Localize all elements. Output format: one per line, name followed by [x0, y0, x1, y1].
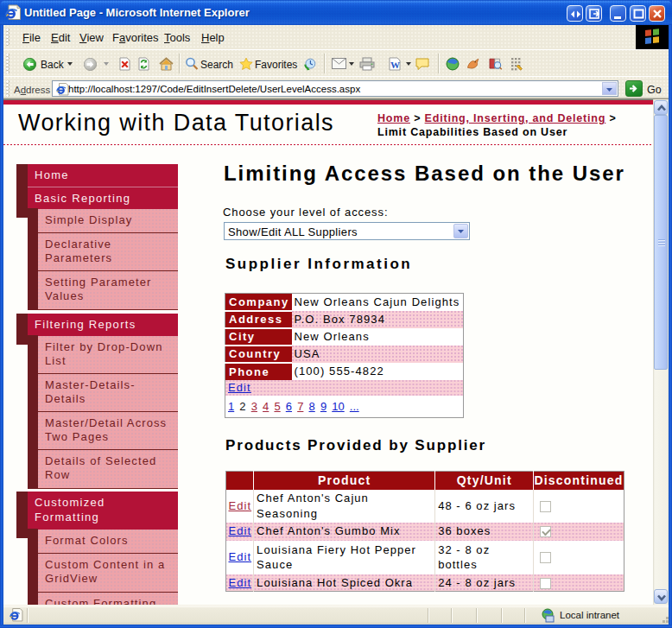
svg-text:W: W [390, 60, 400, 70]
